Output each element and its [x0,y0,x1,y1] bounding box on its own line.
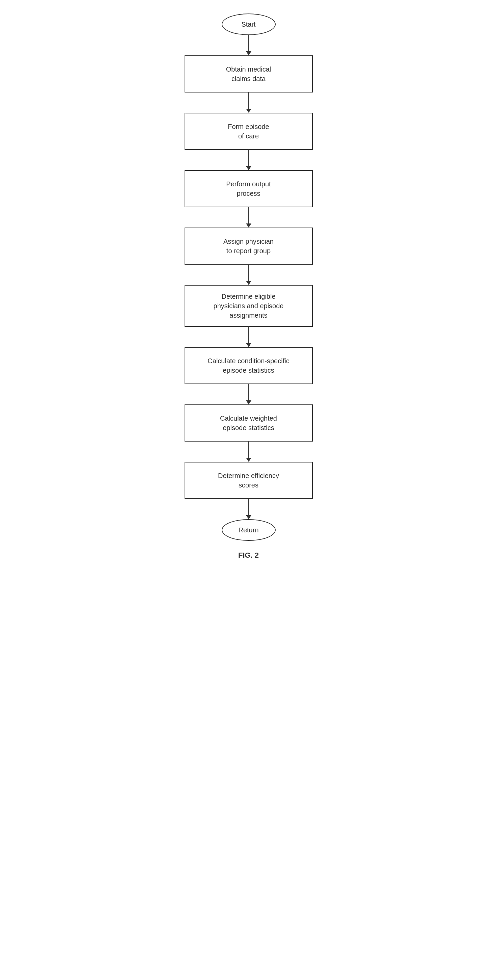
arrow-3 [246,150,251,170]
arrow-4 [246,207,251,228]
calculate-weighted-box: Calculate weighted episode statistics [184,404,313,442]
arrow-5 [246,265,251,285]
start-node: Start [222,13,276,35]
return-node: Return [222,519,276,541]
determine-eligible-box: Determine eligible physicians and episod… [184,285,313,327]
calculate-condition-box: Calculate condition-specific episode sta… [184,347,313,384]
arrow-1 [246,35,251,56]
arrow-2 [246,92,251,113]
perform-output-box: Perform output process [184,170,313,207]
arrow-6 [246,327,251,347]
assign-physician-box: Assign physician to report group [184,228,313,265]
arrow-9 [246,499,251,519]
form-episode-box: Form episode of care [184,113,313,150]
figure-label: FIG. 2 [238,551,259,560]
flowchart-diagram: Start Obtain medical claims data Form ep… [164,13,333,560]
obtain-medical-claims-box: Obtain medical claims data [184,56,313,92]
arrow-7 [246,384,251,404]
arrow-8 [246,442,251,462]
determine-efficiency-box: Determine efficiency scores [184,462,313,499]
